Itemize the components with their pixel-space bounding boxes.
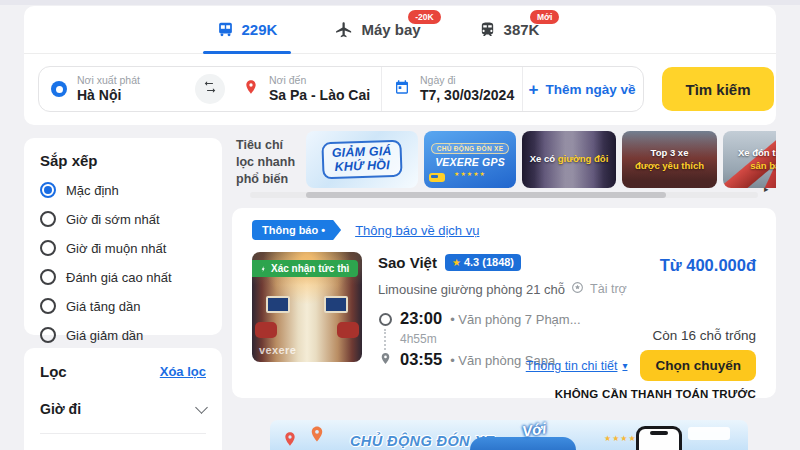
sort-option-earliest[interactable]: Giờ đi sớm nhất [40,211,206,227]
add-return-date-button[interactable]: + Thêm ngày về [523,67,641,111]
banner-double-bed[interactable]: Xe có giường đôi [522,131,616,188]
bus-graphic [429,173,445,182]
filter-group-departure-time[interactable]: Giờ đi [40,401,206,417]
train-icon [479,21,496,38]
stars-icon: ★★★★ [604,434,637,443]
seat-graphic [337,322,359,338]
radio-icon [40,327,56,343]
calendar-icon [394,79,410,99]
tab-bus[interactable]: 229K [217,6,278,53]
quick-filters-label: Tiêu chí lọc nhanh phổ biến [236,137,300,188]
promo-banner-row: GIẢM GIÁ KHỨ HỒI CHỦ ĐỘNG ĐÓN XE VEXERE … [306,131,776,188]
banner-vexere-gps[interactable]: CHỦ ĐỘNG ĐÓN XE VEXERE GPS ★★★★★ [424,131,516,188]
map-pin-graphic [308,424,326,448]
destination-label: Nơi đến [269,74,369,87]
search-box: Nơi xuất phát Hà Nội Nơi đến Sa Pa - Lào… [38,66,644,112]
sort-option-price-asc[interactable]: Giá tăng dần [40,298,206,314]
scroll-right-icon[interactable]: ▸ [764,184,769,194]
sort-option-price-desc[interactable]: Giá giảm dần [40,327,206,343]
filter-title: Lọc [40,363,67,380]
date-field[interactable]: Ngày đi T7, 30/03/2024 [382,67,522,111]
rating-value: 4.3 (1848) [464,256,514,269]
tab-bus-label: 229K [242,21,278,38]
date-value: T7, 30/03/2024 [420,87,510,105]
divider [40,433,206,434]
origin-field[interactable]: Nơi xuất phát Hà Nội [39,67,189,111]
flight-discount-badge: -20K [408,10,440,24]
tab-train[interactable]: 387K Mới [479,6,540,53]
photo-watermark: vexere [259,344,296,356]
select-trip-button[interactable]: Chọn chuyến [640,350,756,381]
phone-graphic [636,426,682,450]
trip-price: Từ 400.000đ [660,256,756,275]
clear-filters-link[interactable]: Xóa lọc [160,364,206,379]
banner-scrollbar-thumb[interactable] [306,192,666,198]
search-row: Nơi xuất phát Hà Nội Nơi đến Sa Pa - Lào… [38,66,774,112]
departure-time: 23:00 [400,309,442,327]
tab-flight[interactable]: Máy bay -20K [335,6,420,53]
sort-option-top-rated[interactable]: Đánh giá cao nhất [40,269,206,285]
arrival-time: 03:55 [400,350,442,368]
plane-icon [335,21,353,39]
origin-value: Hà Nội [77,87,140,105]
plus-icon: + [529,81,539,98]
banner-round-trip-discount[interactable]: GIẢM GIÁ KHỨ HỒI [306,131,418,188]
tv-graphic [266,296,290,313]
sort-panel: Sắp xếp Mặc định Giờ đi sớm nhất Giờ đi … [24,138,222,335]
sort-option-default[interactable]: Mặc định [40,182,206,198]
radio-icon [40,211,56,227]
banner-airport-pickup[interactable]: Xe đón trả tại sân bay [723,131,776,188]
route-connector [384,329,386,350]
destination-field[interactable]: Nơi đến Sa Pa - Lào Cai [231,67,381,111]
radio-selected-icon [40,182,56,198]
radio-icon [40,240,56,256]
map-pin-graphic [282,430,298,450]
add-return-label: Thêm ngày về [545,82,635,97]
sponsored-icon [571,280,584,298]
chevron-down-icon [195,401,208,414]
arrival-pin-icon [379,351,392,369]
tv-graphic [324,296,348,313]
trip-details-link[interactable]: Thông tin chi tiết ▾ [526,359,628,373]
train-new-badge: Mới [530,10,560,24]
bottom-ad-banner[interactable]: CHỦ ĐỘNG ĐÓN XE Với ★★★★ [270,420,748,450]
lightning-icon [259,264,267,274]
service-notice-link[interactable]: Thông báo về dịch vụ [355,223,479,238]
radio-icon [40,298,56,314]
instant-confirm-badge: Xác nhận tức thì [252,260,358,277]
vehicle-type: Limousine giường phòng 21 chỗ [378,282,565,297]
departure-place: • Văn phòng 7 Phạm... [450,312,580,327]
bus-icon [217,21,234,38]
departure-point-icon [379,313,392,326]
radio-icon [40,269,56,285]
sort-option-latest[interactable]: Giờ đi muộn nhất [40,240,206,256]
swap-locations-button[interactable] [195,74,225,104]
ad-script-word: Với [521,420,547,440]
origin-label: Nơi xuất phát [77,74,140,87]
seats-left: Còn 16 chỗ trống [652,328,756,343]
date-label: Ngày đi [420,74,510,87]
no-prepay-note: KHÔNG CẦN THANH TOÁN TRƯỚC [555,388,756,400]
sort-title: Sắp xếp [40,152,206,169]
rating-badge[interactable]: ★ 4.3 (1848) [445,254,521,271]
transport-tabs: 229K Máy bay -20K 387K Mới [24,6,776,54]
stars-icon: ★★★★★ [454,170,486,177]
star-icon: ★ [452,258,461,268]
ad-label-graphic [688,427,730,440]
sponsored-label: Tài trợ [590,282,627,296]
search-panel: 229K Máy bay -20K 387K Mới Nơi xuất phát… [24,6,776,125]
notice-badge: Thông báo • [252,220,341,240]
caret-down-icon: ▾ [622,360,627,371]
origin-dot-icon [51,81,67,97]
trip-list-card: Thông báo • Thông báo về dịch vụ Xác nhậ… [232,208,776,398]
top-edge-strip [0,0,800,5]
destination-value: Sa Pa - Lào Cai [269,87,369,105]
swap-icon [203,80,217,98]
seat-graphic [255,322,277,338]
search-submit-button[interactable]: Tìm kiếm [662,67,774,111]
banner-top3-operators[interactable]: Top 3 xe được yêu thích [622,131,717,188]
banner-scrollbar[interactable] [250,192,758,198]
bus-photo[interactable]: Xác nhận tức thì vexere [252,252,362,362]
filter-panel: Lọc Xóa lọc Giờ đi Nhà xe [24,348,222,450]
destination-pin-icon [243,79,259,99]
